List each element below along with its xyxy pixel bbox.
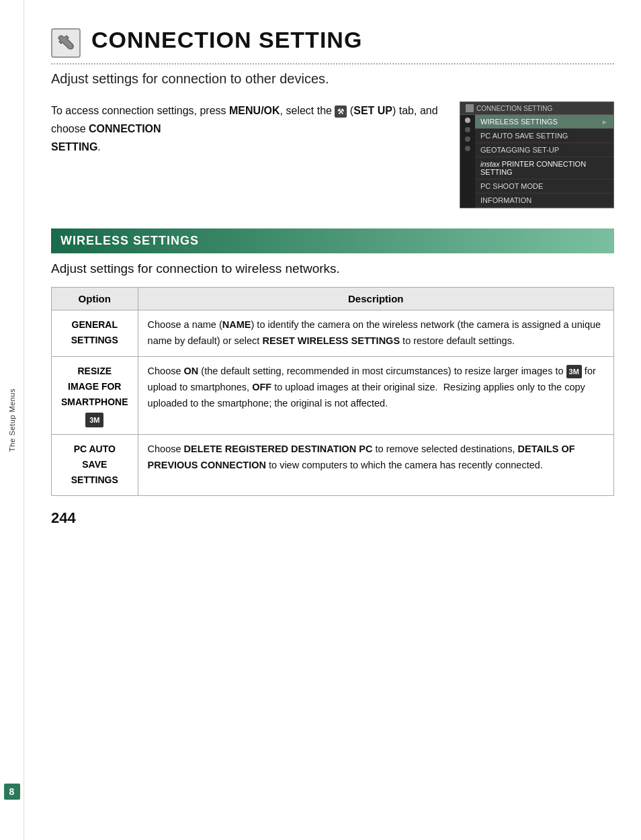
table-row: PC AUTO SAVESETTINGS Choose DELETE REGIS… [52,435,614,495]
menu-dot-4 [465,146,470,151]
intro-section: To access connection settings, press MEN… [51,101,614,208]
reset-wireless-keyword: RESET WIRELESS SETTINGS [262,335,400,346]
intro-text: To access connection settings, press MEN… [51,101,446,157]
wrench-icon [57,34,75,52]
wireless-section-header: WIRELESS SETTINGS [51,228,614,253]
option-resize-label: RESIZEIMAGE FORSMARTPHONE [61,366,128,407]
camera-menu-title: CONNECTION SETTING [460,102,613,115]
option-general-label: GENERALSETTINGS [71,319,118,345]
chapter-number: 8 [4,784,20,800]
camera-menu-screenshot: CONNECTION SETTING WIRELESS SETTINGS ► [460,101,614,208]
option-general: GENERALSETTINGS [52,310,138,357]
dotted-divider [51,63,614,65]
inline-badge-3m: 3M [566,365,582,378]
menu-dot-3 [465,136,470,142]
menu-dot-2 [465,127,470,132]
menu-item-geotagging-label: GEOTAGGING SET-UP [480,146,559,154]
page-number: 244 [51,509,614,527]
table-row: GENERALSETTINGS Choose a name (NAME) to … [52,310,614,357]
desc-general: Choose a name (NAME) to identify the cam… [138,310,613,357]
menu-item-instax-label: instax PRINTER CONNECTION SETTING [480,160,608,176]
page-header: CONNECTION SETTING [51,27,614,58]
menu-title-text: CONNECTION SETTING [476,105,552,112]
menu-item-pc-shoot-label: PC SHOOT MODE [480,182,543,190]
badge-3m: 3M [85,413,103,427]
desc-pc-auto: Choose DELETE REGISTERED DESTINATION PC … [138,435,613,495]
settings-table: Option Description GENERALSETTINGS Choos… [51,287,614,496]
menu-item-pc-shoot: PC SHOOT MODE [475,179,613,194]
col-description: Description [138,288,613,310]
menu-item-instax: instax PRINTER CONNECTION SETTING [475,157,613,179]
menu-dot-1 [465,118,470,123]
set-up-label: SET UP [353,105,392,116]
menu-item-wireless-arrow: ► [601,118,608,126]
menu-title-icon [466,104,474,112]
menu-item-information-label: INFORMATION [480,196,531,204]
name-keyword: NAME [222,319,251,330]
main-content: CONNECTION SETTING Adjust settings for c… [24,0,641,840]
col-option: Option [52,288,138,310]
menu-item-geotagging: GEOTAGGING SET-UP [475,143,613,157]
menu-item-pc-auto: PC AUTO SAVE SETTING [475,129,613,143]
header-icon [51,28,81,58]
menu-left-bar [460,115,475,208]
menu-ok-key: MENU/OK [229,105,280,116]
desc-resize: Choose ON (the default setting, recommen… [138,356,613,434]
setup-icon: ⚒ [335,106,347,118]
option-resize: RESIZEIMAGE FORSMARTPHONE 3M [52,356,138,434]
menu-item-pc-auto-label: PC AUTO SAVE SETTING [480,132,568,140]
page-subtitle: Adjust settings for connection to other … [51,71,614,87]
table-row: RESIZEIMAGE FORSMARTPHONE 3M Choose ON (… [52,356,614,434]
off-keyword: OFF [252,382,271,392]
delete-registered-keyword: DELETE REGISTERED DESTINATION PC [184,444,373,454]
camera-menu-list: WIRELESS SETTINGS ► PC AUTO SAVE SETTING… [475,115,613,208]
page-title: CONNECTION SETTING [91,27,362,53]
on-keyword: ON [184,366,199,376]
option-pc-auto: PC AUTO SAVESETTINGS [52,435,138,495]
table-header-row: Option Description [52,288,614,310]
wireless-subtitle: Adjust settings for connection to wirele… [51,261,614,276]
sidebar: The Setup Menus 8 [0,0,24,840]
option-pc-auto-label: PC AUTO SAVESETTINGS [71,444,118,485]
menu-item-wireless-label: WIRELESS SETTINGS [480,118,558,126]
connection-setting-label: CONNECTIONSETTING [51,123,161,153]
menu-item-information: INFORMATION [475,194,613,208]
wireless-section-title: WIRELESS SETTINGS [60,234,199,247]
sidebar-label: The Setup Menus [8,388,16,452]
camera-menu-wrapper: WIRELESS SETTINGS ► PC AUTO SAVE SETTING… [460,115,613,208]
menu-item-wireless: WIRELESS SETTINGS ► [475,115,613,129]
